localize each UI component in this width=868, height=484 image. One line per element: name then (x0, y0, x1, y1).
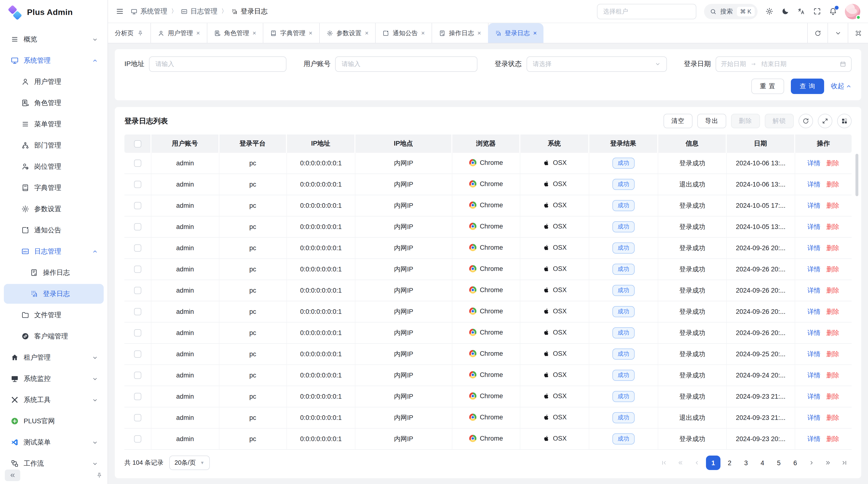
pagination-next-5-pages[interactable] (821, 456, 835, 470)
date-range-picker[interactable]: 开始日期 结束日期 (716, 56, 851, 72)
content-fullscreen-icon[interactable] (848, 23, 868, 43)
delete-link[interactable]: 删除 (826, 350, 839, 357)
detail-link[interactable]: 详情 (807, 181, 820, 188)
breadcrumb-item-2[interactable]: 登录日志 (231, 7, 268, 16)
pagination-page-6[interactable]: 6 (788, 456, 802, 470)
row-checkbox[interactable] (134, 435, 141, 443)
pagination-page-5[interactable]: 5 (772, 456, 786, 470)
delete-link[interactable]: 删除 (826, 223, 839, 230)
delete-link[interactable]: 删除 (826, 372, 839, 379)
delete-link[interactable]: 删除 (826, 329, 839, 336)
pagination-page-3[interactable]: 3 (739, 456, 753, 470)
tabs-refresh-icon[interactable] (807, 23, 828, 43)
tab-6[interactable]: 操作日志× (432, 23, 488, 43)
sidebar-item-9[interactable]: 通知公告 (4, 220, 104, 240)
delete-link[interactable]: 删除 (826, 181, 839, 188)
tab-close-icon[interactable]: × (421, 30, 425, 36)
row-checkbox[interactable] (134, 329, 141, 337)
row-checkbox[interactable] (134, 223, 141, 231)
row-checkbox[interactable] (134, 287, 141, 294)
tab-close-icon[interactable]: × (477, 30, 481, 36)
row-checkbox[interactable] (134, 351, 141, 358)
sidebar-item-14[interactable]: 客户端管理 (4, 326, 104, 346)
tab-close-icon[interactable]: × (196, 30, 200, 36)
tab-5[interactable]: 通知公告× (376, 23, 432, 43)
delete-link[interactable]: 删除 (826, 435, 839, 442)
tenant-select[interactable]: 选择租户 (597, 4, 696, 19)
delete-link[interactable]: 删除 (826, 393, 839, 400)
global-search[interactable]: 搜索 ⌘ K (704, 4, 757, 19)
delete-button[interactable]: 删除 (731, 114, 760, 128)
pagination-page-1[interactable]: 1 (706, 456, 720, 470)
tab-close-icon[interactable]: × (252, 30, 256, 36)
pagination-last-page[interactable] (837, 456, 851, 470)
search-button[interactable]: 查 询 (791, 78, 824, 94)
dark-mode-moon-icon[interactable] (781, 7, 789, 15)
tab-0[interactable]: 分析页 (108, 23, 151, 43)
collapse-filters-link[interactable]: 收起 (831, 82, 851, 91)
sidebar-item-18[interactable]: PLUS官网 (4, 411, 104, 431)
table-scrollbar[interactable] (856, 154, 858, 196)
detail-link[interactable]: 详情 (807, 159, 820, 167)
sidebar-item-10[interactable]: DEV日志管理 (4, 241, 104, 261)
sidebar-item-8[interactable]: 参数设置 (4, 199, 104, 219)
clear-button[interactable]: 清空 (663, 114, 692, 128)
row-checkbox[interactable] (134, 266, 141, 273)
row-checkbox[interactable] (134, 245, 141, 252)
pagination-page-4[interactable]: 4 (755, 456, 770, 470)
row-checkbox[interactable] (134, 414, 141, 422)
fullscreen-icon[interactable] (813, 7, 821, 15)
detail-link[interactable]: 详情 (807, 202, 820, 209)
detail-link[interactable]: 详情 (807, 244, 820, 251)
detail-link[interactable]: 详情 (807, 308, 820, 315)
delete-link[interactable]: 删除 (826, 265, 839, 272)
tab-close-icon[interactable]: × (365, 30, 369, 36)
tab-7[interactable]: 登录日志× (488, 23, 544, 43)
tabs-more-chevron-icon[interactable] (828, 23, 848, 43)
pagination-next-page[interactable] (804, 456, 819, 470)
ip-filter-input[interactable]: 请输入 (149, 56, 286, 72)
notifications-bell-icon[interactable] (829, 7, 837, 15)
tab-close-icon[interactable]: × (309, 30, 312, 36)
detail-link[interactable]: 详情 (807, 414, 820, 421)
detail-link[interactable]: 详情 (807, 435, 820, 442)
breadcrumb-item-0[interactable]: 系统管理 (131, 7, 167, 16)
unlock-button[interactable]: 解锁 (765, 114, 794, 128)
row-checkbox[interactable] (134, 202, 141, 209)
sidebar-item-19[interactable]: 测试菜单 (4, 432, 104, 452)
row-checkbox[interactable] (134, 181, 141, 188)
sidebar-item-2[interactable]: 用户管理 (4, 72, 104, 92)
sidebar-item-7[interactable]: 字典管理 (4, 178, 104, 198)
sidebar-item-6[interactable]: 岗位管理 (4, 157, 104, 176)
sidebar-collapse-button[interactable] (5, 470, 20, 481)
delete-link[interactable]: 删除 (826, 202, 839, 209)
tab-close-icon[interactable]: × (533, 30, 537, 36)
user-avatar[interactable] (845, 4, 860, 19)
sidebar-item-15[interactable]: 租户管理 (4, 348, 104, 367)
export-button[interactable]: 导出 (697, 114, 726, 128)
delete-link[interactable]: 删除 (826, 287, 839, 294)
select-all-checkbox[interactable] (134, 140, 141, 148)
detail-link[interactable]: 详情 (807, 265, 820, 272)
account-filter-input[interactable]: 请输入 (335, 56, 478, 72)
sidebar-item-17[interactable]: 系统工具 (4, 390, 104, 410)
detail-link[interactable]: 详情 (807, 350, 820, 357)
delete-link[interactable]: 删除 (826, 414, 839, 421)
sidebar-pin-icon[interactable] (96, 472, 103, 479)
sidebar-item-1[interactable]: 系统管理 (4, 51, 104, 70)
row-checkbox[interactable] (134, 372, 141, 379)
table-refresh-icon[interactable] (799, 114, 813, 128)
pagination-first-page[interactable] (657, 456, 671, 470)
sidebar-item-12[interactable]: 登录日志 (4, 284, 104, 304)
sidebar-item-4[interactable]: 菜单管理 (4, 114, 104, 134)
row-checkbox[interactable] (134, 160, 141, 167)
detail-link[interactable]: 详情 (807, 372, 820, 379)
table-columns-grid-icon[interactable] (837, 114, 851, 128)
status-filter-select[interactable]: 请选择 (526, 56, 667, 72)
breadcrumb-item-1[interactable]: DEV日志管理 (181, 7, 217, 16)
sidebar-item-16[interactable]: 系统监控 (4, 369, 104, 389)
delete-link[interactable]: 删除 (826, 308, 839, 315)
pagination-prev-page[interactable] (689, 456, 704, 470)
detail-link[interactable]: 详情 (807, 393, 820, 400)
pagination-prev-5-pages[interactable] (673, 456, 688, 470)
